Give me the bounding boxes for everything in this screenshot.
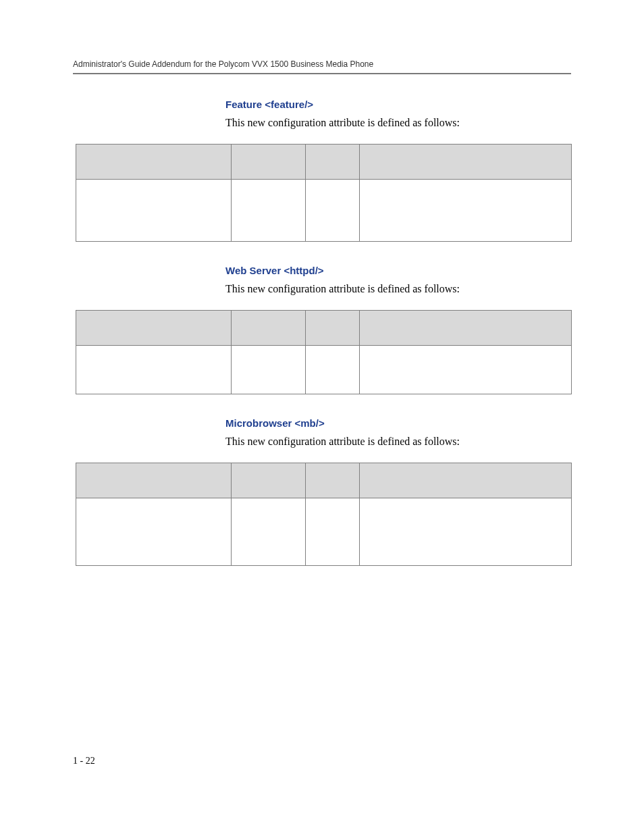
table-cell: [232, 180, 306, 242]
header-rule: [73, 73, 571, 74]
section-title-feature: Feature <feature/>: [225, 99, 571, 110]
table-header-cell: [360, 311, 572, 346]
running-head: Administrator's Guide Addendum for the P…: [73, 59, 571, 69]
table-cell: [76, 346, 232, 394]
table-header-cell: [76, 463, 232, 498]
table-httpd: [76, 310, 572, 394]
table-mb-wrap: [73, 463, 571, 566]
table-row: [76, 180, 572, 242]
table-cell: [76, 498, 232, 566]
page: Administrator's Guide Addendum for the P…: [0, 0, 644, 834]
table-header-row: [76, 311, 572, 346]
page-number: 1 - 22: [73, 756, 95, 766]
table-header-cell: [232, 463, 306, 498]
table-header-cell: [76, 145, 232, 180]
table-header-cell: [232, 145, 306, 180]
table-httpd-wrap: [73, 310, 571, 394]
table-mb: [76, 463, 572, 566]
table-cell: [76, 180, 232, 242]
table-cell: [306, 498, 360, 566]
table-cell: [232, 498, 306, 566]
table-row: [76, 346, 572, 394]
table-cell: [306, 180, 360, 242]
section-title-httpd: Web Server <httpd/>: [225, 265, 571, 276]
section-intro-feature: This new configuration attribute is defi…: [225, 117, 571, 129]
section-intro-mb: This new configuration attribute is defi…: [225, 436, 571, 448]
section-httpd: Web Server <httpd/> This new configurati…: [225, 265, 571, 295]
table-row: [76, 498, 572, 566]
table-header-row: [76, 145, 572, 180]
section-mb: Microbrowser <mb/> This new configuratio…: [225, 417, 571, 448]
table-header-cell: [360, 145, 572, 180]
section-title-mb: Microbrowser <mb/>: [225, 417, 571, 429]
table-header-cell: [232, 311, 306, 346]
table-header-cell: [360, 463, 572, 498]
section-feature: Feature <feature/> This new configuratio…: [225, 99, 571, 129]
table-header-cell: [76, 311, 232, 346]
table-cell: [232, 346, 306, 394]
section-intro-httpd: This new configuration attribute is defi…: [225, 283, 571, 295]
table-header-cell: [306, 463, 360, 498]
table-header-cell: [306, 145, 360, 180]
table-cell: [306, 346, 360, 394]
table-cell: [360, 346, 572, 394]
table-feature: [76, 144, 572, 242]
table-cell: [360, 498, 572, 566]
table-cell: [360, 180, 572, 242]
table-header-cell: [306, 311, 360, 346]
table-feature-wrap: [73, 144, 571, 242]
table-header-row: [76, 463, 572, 498]
